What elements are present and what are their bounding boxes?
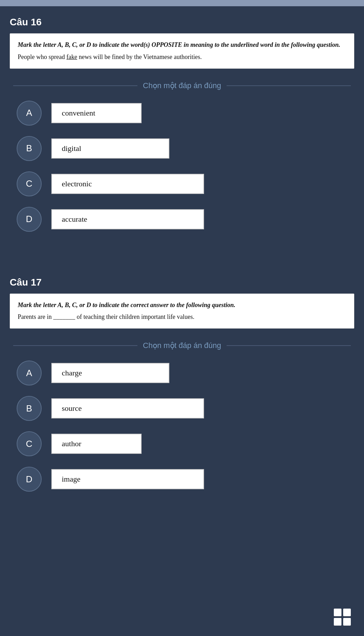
option-17-d-row: D image [17,467,347,492]
question-16-divider-text: Chọn một đáp án đúng [143,81,221,90]
option-17-b-box[interactable]: source [51,398,204,418]
divider-line-left [13,85,137,86]
option-16-d-row: D accurate [17,207,347,232]
option-17-c-row: C author [17,431,347,456]
option-17-b-circle[interactable]: B [17,396,42,421]
question-17-instruction: Mark the letter A, B, C, or D to indicat… [18,300,346,310]
option-17-a-letter: A [26,368,32,379]
option-17-d-box[interactable]: image [51,469,204,489]
option-17-b-row: B source [17,396,347,421]
option-16-b-letter: B [26,143,32,154]
option-17-b-letter: B [26,403,32,414]
question-17-options: A charge B source C author D image [10,361,354,492]
option-16-a-letter: A [26,108,32,118]
option-16-c-box[interactable]: electronic [51,174,204,194]
option-16-a-box[interactable]: convenient [51,103,142,123]
question-16-text-after: news will be fined by the Vietnamese aut… [77,53,202,60]
option-16-c-letter: C [26,178,33,189]
option-16-b-row: B digital [17,136,347,161]
question-17-text: Parents are in _______ of teaching their… [18,312,346,322]
question-16-text: People who spread fake news will be fine… [18,52,346,62]
question-16-title: Câu 16 [10,17,354,28]
grid-icon-cell-2 [343,609,351,616]
question-16-section: Câu 16 Mark the letter A, B, C, or D to … [0,6,364,239]
option-17-a-row: A charge [17,361,347,385]
grid-icon-cell-3 [334,618,341,626]
option-16-a-circle[interactable]: A [17,101,42,126]
question-16-options: A convenient B digital C electronic D ac… [10,101,354,232]
grid-icon-cell-4 [343,618,351,626]
question-16-box: Mark the letter A, B, C, or D to indicat… [10,33,354,69]
grid-icon-button[interactable] [334,609,351,626]
section-gap [0,239,364,266]
question-16-divider: Chọn một đáp án đúng [13,81,351,90]
option-17-c-circle[interactable]: C [17,431,42,456]
question-17-title: Câu 17 [10,277,354,288]
option-16-d-circle[interactable]: D [17,207,42,232]
option-16-d-box[interactable]: accurate [51,209,204,229]
option-16-b-box[interactable]: digital [51,138,169,159]
top-bar [0,0,364,6]
option-16-b-circle[interactable]: B [17,136,42,161]
option-17-c-box[interactable]: author [51,434,142,454]
question-17-divider-text: Chọn một đáp án đúng [143,341,221,350]
option-17-d-letter: D [26,474,33,485]
question-17-section: Câu 17 Mark the letter A, B, C, or D to … [0,266,364,499]
divider-17-line-right [227,345,351,346]
option-16-d-letter: D [26,214,33,224]
question-16-underlined-word: fake [66,53,77,60]
grid-icon-cell-1 [334,609,341,616]
option-17-c-letter: C [26,439,33,449]
option-16-a-row: A convenient [17,101,347,126]
option-17-a-box[interactable]: charge [51,363,169,383]
question-16-text-before: People who spread [18,53,66,60]
option-16-c-row: C electronic [17,171,347,196]
question-17-divider: Chọn một đáp án đúng [13,341,351,350]
option-17-a-circle[interactable]: A [17,361,42,385]
divider-line-right [227,85,351,86]
option-16-c-circle[interactable]: C [17,171,42,196]
question-17-box: Mark the letter A, B, C, or D to indicat… [10,294,354,329]
question-16-instruction: Mark the letter A, B, C, or D to indicat… [18,40,346,50]
option-17-d-circle[interactable]: D [17,467,42,492]
divider-17-line-left [13,345,137,346]
